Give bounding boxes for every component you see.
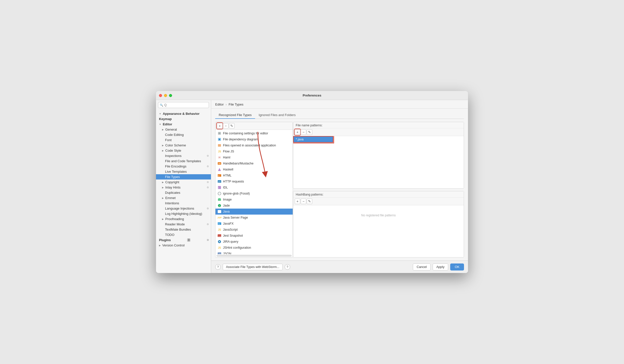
file-type-icon [217, 131, 221, 135]
sidebar-item-proofreading[interactable]: ▶ Proofreading [156, 216, 211, 222]
cancel-button[interactable]: Cancel [413, 263, 430, 270]
sidebar-item-live-templates[interactable]: Live Templates [156, 169, 211, 174]
bottom-right: Cancel Apply OK [413, 263, 464, 270]
sidebar-item-inlay-hints[interactable]: ▶ Inlay Hints ⚙ [156, 185, 211, 190]
list-item[interactable]: I IDL [215, 185, 293, 191]
list-item[interactable]: Jest Jest Snapshot [215, 233, 293, 239]
list-item[interactable]: FX JavaFX [215, 221, 293, 227]
help-button[interactable]: ? [215, 264, 221, 270]
search-input[interactable] [164, 103, 207, 107]
chevron-right-icon: ▶ [162, 149, 164, 152]
sidebar-item-reader-mode[interactable]: Reader Mode ⚙ [156, 222, 211, 227]
sidebar-item-textmate-bundles[interactable]: TextMate Bundles [156, 227, 211, 232]
hashbang-patterns-toolbar: + − ✎ [293, 198, 464, 205]
sidebar-item-color-scheme[interactable]: ▶ Color Scheme [156, 143, 211, 148]
chevron-right-icon: ▶ [162, 128, 164, 131]
preferences-window: Preferences 🔍 ▼ Appearance & Behavior Ke… [156, 91, 468, 273]
list-item[interactable]: HB Handlebars/Mustache [215, 160, 293, 166]
list-item[interactable]: JSON JSON [215, 251, 293, 254]
sidebar-item-todo[interactable]: TODO [156, 232, 211, 237]
question-icon-button[interactable]: ? [285, 264, 290, 270]
sidebar-item-inspections[interactable]: Inspections ⚙ [156, 153, 211, 158]
sidebar-item-version-control[interactable]: ▶ Version Control [156, 243, 211, 248]
hashbang-empty-message: No registered file patterns [293, 205, 464, 225]
tab-recognized[interactable]: Recognized File Types [215, 112, 255, 119]
settings-icon: ⚙ [207, 186, 209, 189]
list-item[interactable]: H HTML [215, 172, 293, 178]
ok-button[interactable]: OK [450, 263, 464, 270]
sidebar-item-font[interactable]: Font [156, 137, 211, 143]
sidebar-item-label: Editor [163, 122, 172, 126]
add-hashbang-button[interactable]: + [295, 199, 300, 204]
edit-hashbang-button[interactable]: ✎ [307, 199, 312, 204]
svg-text:H: H [218, 175, 219, 177]
list-item[interactable]: Image [215, 197, 293, 203]
sidebar-item-code-editing[interactable]: Code Editing [156, 132, 211, 137]
list-item[interactable]: J Jade [215, 203, 293, 209]
maximize-button[interactable] [169, 94, 172, 97]
remove-file-type-button[interactable]: − [223, 123, 228, 129]
list-item[interactable]: * ignore-glob (Fossil) [215, 191, 293, 197]
sidebar-item-label: General [165, 128, 177, 131]
remove-hashbang-button[interactable]: − [301, 199, 306, 204]
list-item[interactable]: Files opened in associated application [215, 142, 293, 148]
sidebar-item-file-code-templates[interactable]: File and Code Templates [156, 158, 211, 164]
sidebar-item-intentions[interactable]: Intentions [156, 201, 211, 206]
list-item-java[interactable]: J Java [215, 209, 293, 215]
breadcrumb-separator: › [226, 103, 227, 106]
sidebar-item-editor[interactable]: ▼ Editor [156, 122, 211, 127]
close-button[interactable] [159, 94, 162, 97]
search-box[interactable]: 🔍 [158, 102, 209, 108]
sidebar-item-code-style[interactable]: ▶ Code Style [156, 148, 211, 153]
list-item[interactable]: JS Flow JS [215, 148, 293, 154]
bottom-bar: ? Associate File Types with WebStorm... … [211, 260, 468, 273]
svg-rect-18 [218, 198, 220, 199]
sidebar-item-label: Color Scheme [165, 143, 186, 147]
file-type-label: IDL [223, 186, 228, 189]
sidebar-item-keymap[interactable]: Keymap [156, 116, 211, 122]
add-pattern-button[interactable]: + [295, 129, 300, 135]
list-item[interactable]: JS JSHint configuration [215, 245, 293, 251]
breadcrumb: Editor › File Types [211, 100, 468, 109]
sidebar-item-label: Copyright [165, 180, 179, 184]
list-item[interactable]: H Haml [215, 154, 293, 160]
settings-icon: ⚙ [207, 165, 209, 168]
edit-pattern-button[interactable]: ✎ [307, 129, 312, 135]
plugins-badge: 3 [187, 238, 191, 242]
list-item[interactable]: File dependency diagram [215, 136, 293, 142]
sidebar-item-plugins[interactable]: Plugins 3 ⚙ [156, 237, 211, 243]
search-icon: 🔍 [160, 104, 163, 107]
main-content: 🔍 ▼ Appearance & Behavior Keymap ▼ Edito… [156, 100, 468, 273]
sidebar-item-file-encodings[interactable]: File Encodings ⚙ [156, 164, 211, 169]
patterns-panel: File name patterns: + − ✎ *.java [293, 122, 464, 257]
sidebar-item-duplicates[interactable]: Duplicates [156, 190, 211, 195]
sidebar-item-language-injections[interactable]: Language Injections ⚙ [156, 206, 211, 211]
edit-file-type-button[interactable]: ✎ [229, 123, 235, 129]
svg-text:HB: HB [218, 163, 221, 164]
sidebar-item-appearance[interactable]: ▼ Appearance & Behavior [156, 111, 211, 116]
sidebar-item-emmet[interactable]: ▶ Emmet [156, 195, 211, 201]
sidebar-item-log-highlighting[interactable]: Log Highlighting (Ideolog) [156, 211, 211, 216]
tab-ignored[interactable]: Ignored Files and Folders [255, 112, 299, 119]
list-item[interactable]: JIRA query [215, 239, 293, 245]
list-item[interactable]: JSP Java Server Page [215, 215, 293, 221]
chevron-right-icon: ▶ [162, 181, 164, 184]
list-item[interactable]: JS JavaScript [215, 227, 293, 233]
list-item[interactable]: API HTTP requests [215, 178, 293, 185]
title-bar: Preferences [156, 91, 468, 100]
remove-pattern-button[interactable]: − [301, 129, 306, 135]
list-item[interactable]: File containing settings for editor [215, 130, 293, 136]
file-type-label: JavaScript [223, 228, 238, 231]
apply-button[interactable]: Apply [433, 263, 448, 270]
sidebar-item-general[interactable]: ▶ General [156, 127, 211, 132]
sidebar-item-label: Duplicates [165, 191, 180, 195]
list-item[interactable]: Haskell [215, 166, 293, 172]
associate-file-types-button[interactable]: Associate File Types with WebStorm... [223, 264, 283, 270]
sidebar-item-file-types[interactable]: File Types [156, 174, 211, 179]
sidebar-item-copyright[interactable]: ▶ Copyright ⚙ [156, 179, 211, 185]
file-type-icon: HB [217, 161, 221, 165]
panel-body: Recognized File Types Ignored Files and … [211, 109, 468, 260]
add-file-type-button[interactable]: + [217, 123, 222, 129]
pattern-item-java[interactable]: *.java [293, 136, 333, 143]
minimize-button[interactable] [164, 94, 167, 97]
